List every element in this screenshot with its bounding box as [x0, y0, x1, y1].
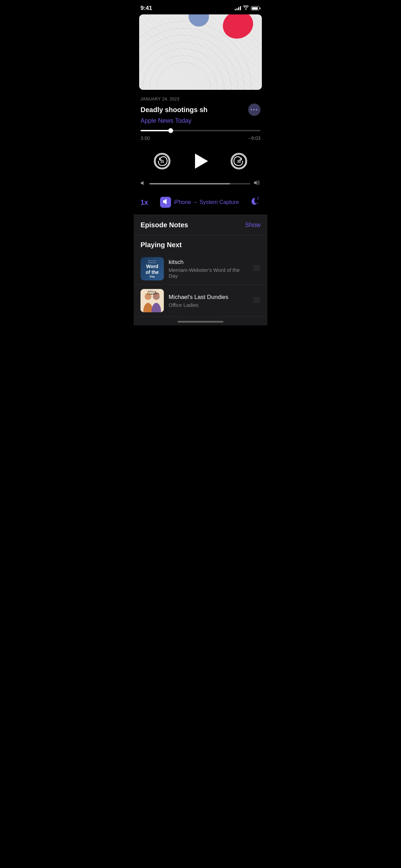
- queue-podcast-mw: Merriam-Webster's Word of the Day: [169, 267, 248, 279]
- volume-row: [134, 180, 267, 194]
- progress-fill: [141, 130, 171, 131]
- options-row: 1x iPhone → System Capture Z Z: [134, 194, 267, 215]
- episode-notes-row: Episode Notes Show: [134, 215, 267, 236]
- battery-icon: [251, 6, 260, 10]
- queue-info-mw: kitsch Merriam-Webster's Word of the Day: [169, 259, 248, 279]
- status-bar: 9:41: [134, 0, 267, 14]
- home-bar: [178, 321, 223, 323]
- status-icons: [235, 5, 260, 11]
- play-icon: [195, 154, 208, 169]
- progress-thumb[interactable]: [168, 128, 173, 133]
- podcast-name: Apple News Today: [141, 117, 260, 124]
- more-button[interactable]: •••: [248, 104, 260, 116]
- episode-date: JANUARY 24, 2023: [141, 97, 260, 101]
- progress-times: 3:00 −9:03: [134, 133, 267, 141]
- queue-podcast-ol: Office Ladies: [169, 302, 248, 308]
- queue-title-dundies: Michael's Last Dundies: [169, 294, 248, 301]
- queue-item: Merriam Webster Word of the Day kitsch M…: [134, 253, 267, 285]
- wifi-icon: [243, 5, 249, 11]
- time-current: 3:00: [141, 135, 150, 141]
- svg-marker-37: [254, 181, 257, 185]
- queue-item: OfficeLadies: [134, 285, 267, 317]
- show-notes-button[interactable]: Show: [245, 221, 260, 229]
- svg-text:30: 30: [237, 160, 241, 164]
- queue-drag-handle[interactable]: [253, 265, 260, 273]
- volume-high-icon: [254, 180, 260, 187]
- more-icon: •••: [251, 107, 258, 112]
- skip-forward-button[interactable]: 30: [230, 152, 248, 170]
- volume-fill: [149, 183, 230, 184]
- play-button[interactable]: [189, 149, 212, 173]
- svg-marker-36: [141, 181, 144, 185]
- queue-title-kitsch: kitsch: [169, 259, 248, 266]
- svg-point-0: [245, 9, 246, 10]
- queue-artwork-ol: OfficeLadies: [141, 289, 164, 312]
- skip-forward-circle: 30: [231, 153, 247, 169]
- queue-artwork-mw: Merriam Webster Word of the Day: [141, 257, 164, 280]
- queue-info-ol: Michael's Last Dundies Office Ladies: [169, 294, 248, 308]
- output-label: iPhone → System Capture: [174, 199, 239, 205]
- svg-text:15: 15: [160, 160, 164, 164]
- playing-next-label: Playing Next: [134, 236, 267, 253]
- skip-back-circle: 15: [154, 153, 170, 169]
- speaker-icon: [160, 197, 171, 208]
- album-art: [139, 14, 262, 90]
- episode-notes-label: Episode Notes: [141, 221, 188, 229]
- progress-track[interactable]: [141, 130, 260, 131]
- sleep-timer-button[interactable]: Z Z: [251, 197, 260, 208]
- volume-slider[interactable]: [149, 183, 250, 184]
- playback-controls: 15 30: [134, 141, 267, 180]
- queue-drag-handle[interactable]: [253, 297, 260, 305]
- status-time: 9:41: [141, 5, 152, 12]
- bottom-section: Episode Notes Show Playing Next Merriam …: [134, 215, 267, 325]
- svg-text:Z: Z: [258, 197, 259, 198]
- volume-low-icon: [141, 180, 146, 187]
- now-playing-section: JANUARY 24, 2023 Deadly shootings sh •••…: [134, 90, 267, 124]
- audio-output-button[interactable]: iPhone → System Capture: [160, 197, 239, 208]
- time-remaining: −9:03: [248, 135, 260, 141]
- skip-back-button[interactable]: 15: [153, 152, 171, 170]
- progress-bar-container[interactable]: [134, 130, 267, 131]
- playback-speed-button[interactable]: 1x: [141, 198, 148, 206]
- signal-icon: [235, 6, 241, 10]
- episode-title: Deadly shootings sh: [141, 106, 248, 114]
- home-indicator: [134, 317, 267, 325]
